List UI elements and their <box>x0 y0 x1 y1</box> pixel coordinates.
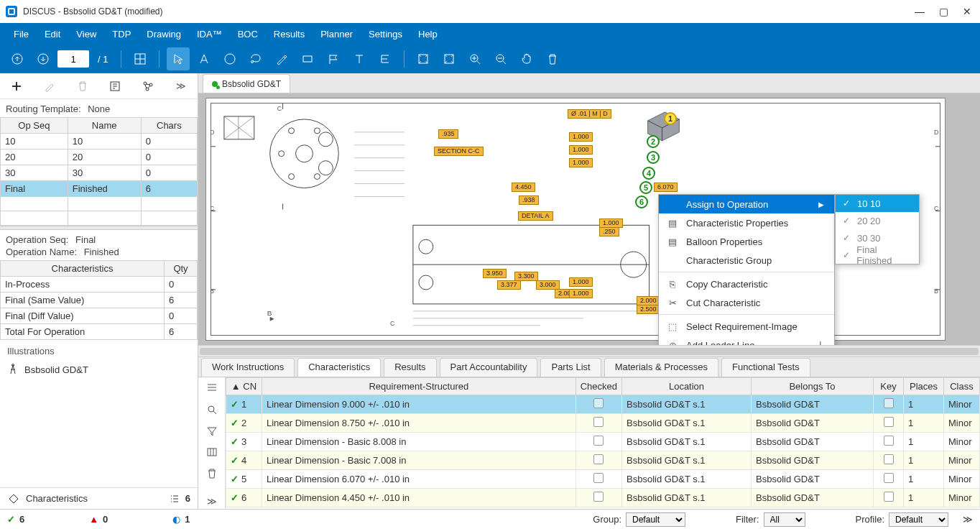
dimension-box[interactable]: 3.377 <box>497 280 521 290</box>
menu-ida[interactable]: IDA™ <box>189 29 230 40</box>
grid-icon[interactable] <box>129 47 152 70</box>
table-row[interactable]: FinalFinished6 <box>1 181 198 197</box>
ctx-cut-characteristic[interactable]: ✂Cut Characteristic <box>659 293 834 312</box>
zoom-out-icon[interactable] <box>489 47 512 70</box>
tab-characteristics[interactable]: Characteristics <box>297 358 381 377</box>
dimension-box[interactable]: 1.000 <box>569 158 593 167</box>
dimension-box[interactable]: 1.000 <box>569 277 593 287</box>
dimension-box[interactable]: 2.500 <box>637 305 660 314</box>
menu-tdp[interactable]: TDP <box>104 29 139 40</box>
page-input[interactable] <box>57 50 89 68</box>
grid-row[interactable]: ✓1Linear Dimension 9.000 +/- .010 inBsbs… <box>226 395 980 414</box>
menu-view[interactable]: View <box>68 29 104 40</box>
dimension-box[interactable]: 3.950 <box>483 269 507 278</box>
status-more-icon[interactable]: ≫ <box>963 514 973 525</box>
dimension-box[interactable]: 6.070 <box>654 183 678 192</box>
graph-button[interactable] <box>139 78 157 95</box>
flag-tool[interactable] <box>322 47 345 70</box>
dimension-box[interactable]: .935 <box>438 129 458 139</box>
minimize-button[interactable]: — <box>915 6 925 17</box>
zoom-in-icon[interactable] <box>463 47 486 70</box>
menu-planner[interactable]: Planner <box>313 29 361 40</box>
menu-results[interactable]: Results <box>266 29 313 40</box>
ctx-select-requirement-image[interactable]: ⬚Select Requirement-Image <box>659 317 834 336</box>
more-button[interactable]: ≫ <box>172 78 190 95</box>
fit-tool[interactable] <box>412 47 435 70</box>
maximize-button[interactable]: ▢ <box>939 6 948 17</box>
zoom-region-tool[interactable] <box>438 47 461 70</box>
table-row[interactable]: 20200 <box>1 150 198 165</box>
ctx-balloon-properties[interactable]: ▤Balloon Properties <box>659 232 834 251</box>
checkbox[interactable] <box>884 473 894 483</box>
balloon[interactable]: 2 <box>647 135 660 148</box>
pan-tool[interactable] <box>515 47 538 70</box>
dimension-box[interactable]: .250 <box>599 227 619 236</box>
grid-more-icon[interactable]: ≫ <box>204 493 220 509</box>
highlight-tool[interactable] <box>270 47 293 70</box>
search-icon[interactable] <box>204 402 220 418</box>
balloon[interactable]: 4 <box>642 167 655 180</box>
filter-icon[interactable] <box>204 423 220 439</box>
checkbox[interactable] <box>593 436 604 446</box>
menu-drawing[interactable]: Drawing <box>139 29 189 40</box>
grid-row[interactable]: ✓4Linear Dimension - Basic 7.008 inBsbso… <box>226 451 980 470</box>
checkbox[interactable] <box>884 436 894 446</box>
checkbox[interactable] <box>593 473 604 483</box>
checkbox[interactable] <box>884 492 894 502</box>
profile-select[interactable]: Default <box>889 512 948 527</box>
checkbox[interactable] <box>884 454 894 464</box>
text-tool[interactable] <box>193 47 216 70</box>
tab-functional-tests[interactable]: Functional Tests <box>721 358 810 377</box>
balloon[interactable]: 3 <box>647 151 660 164</box>
datum-tool[interactable] <box>374 47 397 70</box>
close-button[interactable]: ✕ <box>963 6 971 17</box>
horizontal-scrollbar[interactable] <box>198 345 980 356</box>
ctx-add-leader-line[interactable]: ⊕Add Leader LineL <box>659 336 834 345</box>
menu-settings[interactable]: Settings <box>361 29 410 40</box>
checkbox[interactable] <box>593 492 604 502</box>
ctx-copy-characteristic[interactable]: ⎘Copy Characteristic <box>659 275 834 293</box>
balloon[interactable]: 5 <box>639 181 652 194</box>
grid-row[interactable]: ✓5Linear Dimension 6.070 +/- .010 inBsbs… <box>226 470 980 489</box>
nav-down-button[interactable] <box>32 47 55 70</box>
table-row[interactable]: 10100 <box>1 134 198 150</box>
dimension-box[interactable]: DETAIL A <box>518 211 553 221</box>
circle-tool[interactable] <box>218 47 241 70</box>
menu-boc[interactable]: BOC <box>230 29 266 40</box>
pointer-tool[interactable] <box>167 47 190 70</box>
checkbox[interactable] <box>593 454 604 464</box>
dimension-box[interactable]: 1.000 <box>569 289 593 298</box>
grid-delete-icon[interactable] <box>204 466 220 482</box>
table-row[interactable]: 30300 <box>1 165 198 181</box>
menu-help[interactable]: Help <box>410 29 445 40</box>
lasso-tool[interactable] <box>244 47 267 70</box>
dimension-box[interactable]: Ø .01 | M | D <box>568 109 611 119</box>
checkbox[interactable] <box>593 417 604 427</box>
checkbox[interactable] <box>884 417 894 427</box>
delete-tool[interactable] <box>541 47 564 70</box>
dimension-box[interactable]: 1.000 <box>569 145 593 155</box>
edit-button[interactable] <box>41 78 58 95</box>
context-menu[interactable]: Assign to Operation▶▤Characteristic Prop… <box>658 194 835 345</box>
ctx-characteristic-group[interactable]: Characteristic Group <box>659 251 834 270</box>
viewer[interactable]: D C B D C B <box>198 93 980 345</box>
tab-work-instructions[interactable]: Work Instructions <box>201 358 295 377</box>
group-select[interactable]: Default <box>626 512 685 527</box>
ctx-assign-to-operation[interactable]: Assign to Operation▶ <box>659 195 834 213</box>
tab-results[interactable]: Results <box>384 358 436 377</box>
tab-part-accountability[interactable]: Part Accountability <box>440 358 538 377</box>
text-icon[interactable] <box>348 47 371 70</box>
grid-row[interactable]: ✓6Linear Dimension 4.450 +/- .010 inBsbs… <box>226 489 980 507</box>
sub-final-finished[interactable]: ✓Final Finished <box>836 247 919 264</box>
grid-row[interactable]: ✓2Linear Dimension 8.750 +/- .010 inBsbs… <box>226 414 980 433</box>
nav-up-button[interactable] <box>6 47 29 70</box>
dimension-box[interactable]: 4.450 <box>512 183 535 192</box>
menu-file[interactable]: File <box>6 29 37 40</box>
characteristics-grid[interactable]: ▲ CNRequirement-StructuredCheckedLocatio… <box>226 377 980 507</box>
filter-select[interactable]: All <box>764 512 805 527</box>
sub-10-10[interactable]: ✓10 10 <box>836 195 919 212</box>
properties-button[interactable] <box>106 78 124 95</box>
dimension-box[interactable]: SECTION C-C <box>434 147 484 156</box>
checkbox[interactable] <box>884 398 894 408</box>
grid-row[interactable]: ✓3Linear Dimension - Basic 8.008 inBsbso… <box>226 433 980 451</box>
